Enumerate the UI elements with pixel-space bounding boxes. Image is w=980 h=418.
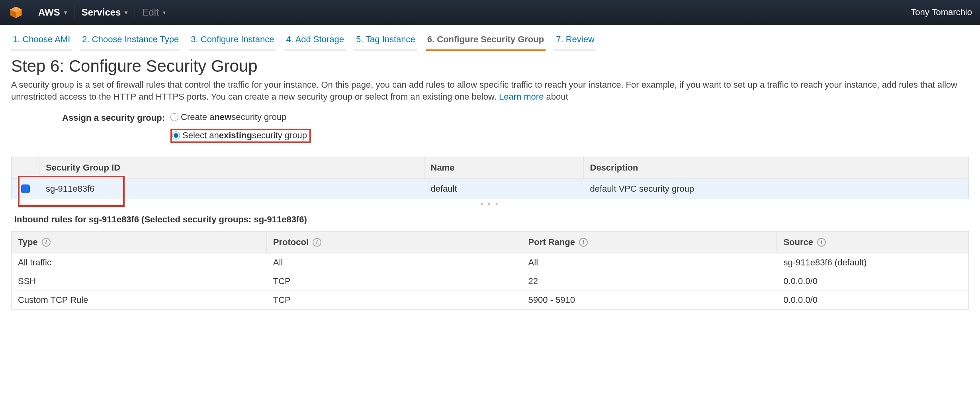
rule-port: 5900 - 5910 xyxy=(522,291,777,309)
chevron-down-icon: ▾ xyxy=(163,9,166,16)
desc-text: A security group is a set of firewall ru… xyxy=(11,80,957,102)
wizard-step-4[interactable]: 4. Add Storage xyxy=(284,30,346,51)
rule-port: 22 xyxy=(522,272,777,290)
wizard-step-label: 2. Choose Instance Type xyxy=(82,34,179,44)
col-label: Protocol xyxy=(273,237,309,247)
rule-protocol: TCP xyxy=(267,272,522,290)
page-content: Step 6: Configure Security Group A secur… xyxy=(0,51,980,321)
col-label: Port Range xyxy=(528,237,575,247)
rule-type: All traffic xyxy=(12,253,267,272)
radio-text: security group xyxy=(252,130,307,141)
wizard-step-3[interactable]: 3. Configure Instance xyxy=(189,30,276,51)
wizard-steps: 1. Choose AMI 2. Choose Instance Type 3.… xyxy=(0,25,980,51)
assign-label: Assign a security group: xyxy=(11,112,170,123)
nav-services-label: Services xyxy=(82,7,121,18)
info-icon[interactable]: i xyxy=(313,238,321,247)
nav-user-label: Tony Tomarchio xyxy=(911,7,972,17)
rule-protocol: TCP xyxy=(267,291,522,309)
wizard-step-5[interactable]: 5. Tag Instance xyxy=(354,30,417,51)
sg-col-name[interactable]: Name xyxy=(424,157,584,179)
radio-select-existing-input[interactable] xyxy=(172,131,180,139)
rule-protocol: All xyxy=(267,253,522,272)
wizard-step-label: 3. Configure Instance xyxy=(191,34,274,44)
resize-grip-icon[interactable]: ● ● ● xyxy=(11,199,969,208)
wizard-step-7[interactable]: 7. Review xyxy=(554,30,596,51)
rule-port: All xyxy=(522,253,777,272)
wizard-step-label: 5. Tag Instance xyxy=(356,34,415,44)
aws-logo-icon[interactable] xyxy=(8,4,24,20)
nav-user[interactable]: Tony Tomarchio xyxy=(911,7,972,18)
radio-text-bold: existing xyxy=(219,130,252,141)
highlight-annotation: Select an existing security group xyxy=(170,129,311,143)
inbound-rules-title: Inbound rules for sg-911e83f6 (Selected … xyxy=(11,208,969,231)
sg-col-checkbox xyxy=(12,157,39,179)
sg-col-id[interactable]: Security Group ID xyxy=(39,157,424,179)
desc-text-post: about xyxy=(544,92,568,102)
radio-text: Select an xyxy=(182,130,219,141)
rule-source: sg-911e83f6 (default) xyxy=(777,253,968,272)
sg-row-checkbox-cell[interactable] xyxy=(12,179,39,199)
radio-text: Create a xyxy=(181,112,214,122)
sg-row-name: default xyxy=(424,179,584,199)
page-description: A security group is a set of firewall ru… xyxy=(11,79,969,102)
info-icon[interactable]: i xyxy=(42,238,51,247)
sg-row-desc: default VPC security group xyxy=(584,179,969,199)
wizard-step-label: 1. Choose AMI xyxy=(13,34,70,44)
sg-col-desc[interactable]: Description xyxy=(584,157,969,179)
rules-table-header: Typei Protocoli Port Rangei Sourcei xyxy=(12,232,968,253)
rule-source: 0.0.0.0/0 xyxy=(777,291,968,309)
wizard-step-2[interactable]: 2. Choose Instance Type xyxy=(80,30,180,51)
top-nav: AWS ▾ Services ▾ Edit ▾ Tony Tomarchio xyxy=(0,0,980,25)
wizard-step-label: 6. Configure Security Group xyxy=(427,34,544,44)
security-group-table: Security Group ID Name Description sg-91… xyxy=(11,157,969,199)
nav-services[interactable]: Services ▾ xyxy=(74,7,135,18)
rules-table-row: All traffic All All sg-911e83f6 (default… xyxy=(12,253,968,272)
rule-source: 0.0.0.0/0 xyxy=(777,272,968,290)
assign-security-group: Assign a security group: Create a new se… xyxy=(11,112,969,143)
wizard-step-label: 7. Review xyxy=(556,34,595,44)
radio-text-bold: new xyxy=(214,112,231,122)
radio-create-new-input[interactable] xyxy=(170,113,178,121)
rules-col-port[interactable]: Port Rangei xyxy=(522,232,777,253)
radio-create-new[interactable]: Create a new security group xyxy=(170,112,969,122)
wizard-step-1[interactable]: 1. Choose AMI xyxy=(11,30,72,51)
col-label: Source xyxy=(783,237,813,247)
chevron-down-icon: ▾ xyxy=(64,9,67,16)
checkbox-checked-icon[interactable] xyxy=(21,184,30,193)
rules-table-row: SSH TCP 22 0.0.0.0/0 xyxy=(12,272,968,291)
nav-edit[interactable]: Edit ▾ xyxy=(135,7,172,18)
rules-col-type[interactable]: Typei xyxy=(12,232,267,253)
rules-col-source[interactable]: Sourcei xyxy=(777,232,968,253)
nav-edit-label: Edit xyxy=(142,7,158,18)
chevron-down-icon: ▾ xyxy=(125,9,127,16)
col-label: Type xyxy=(18,237,38,247)
wizard-step-6[interactable]: 6. Configure Security Group xyxy=(426,30,546,51)
rules-table-row: Custom TCP Rule TCP 5900 - 5910 0.0.0.0/… xyxy=(12,291,968,310)
learn-more-link[interactable]: Learn more xyxy=(499,92,544,102)
radio-select-existing[interactable]: Select an existing security group xyxy=(172,130,307,141)
nav-brand-label: AWS xyxy=(38,7,60,18)
nav-brand[interactable]: AWS ▾ xyxy=(31,7,74,18)
sg-table-row[interactable]: sg-911e83f6 default default VPC security… xyxy=(12,179,968,199)
inbound-rules-table: Typei Protocoli Port Rangei Sourcei All … xyxy=(11,231,969,310)
rule-type: SSH xyxy=(12,272,267,290)
rule-type: Custom TCP Rule xyxy=(12,291,267,309)
sg-row-id: sg-911e83f6 xyxy=(39,179,424,199)
info-icon[interactable]: i xyxy=(579,238,588,247)
page-title: Step 6: Configure Security Group xyxy=(11,57,969,76)
info-icon[interactable]: i xyxy=(817,238,826,247)
radio-text: security group xyxy=(231,112,286,122)
sg-table-header: Security Group ID Name Description xyxy=(12,157,968,179)
rules-col-protocol[interactable]: Protocoli xyxy=(267,232,522,253)
wizard-step-label: 4. Add Storage xyxy=(286,34,344,44)
